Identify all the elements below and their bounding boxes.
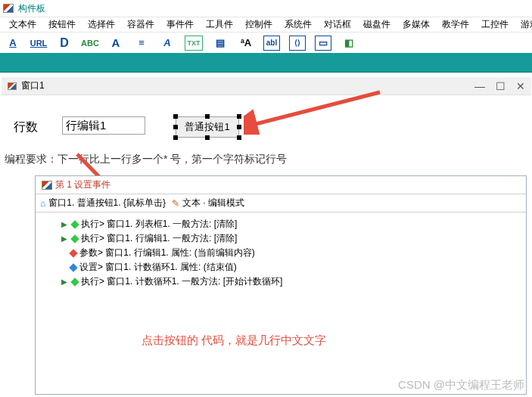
subscript-icon[interactable]: ªA <box>238 36 254 51</box>
bullet-icon <box>69 249 77 257</box>
menu-item[interactable]: 容器件 <box>121 17 160 33</box>
menu-item[interactable]: 游戏件 <box>515 17 532 33</box>
edit-icon: ✎ <box>172 198 179 209</box>
tab-label: 第 1 设置事件 <box>55 178 110 191</box>
event-tab-label: 窗口1. 普通按钮1. {鼠标单击} <box>48 197 166 209</box>
tab-icon <box>42 181 52 190</box>
abc-icon[interactable]: ABC <box>82 36 98 51</box>
code-sub-tabs: ⌂ 窗口1. 普通按钮1. {鼠标单击} ✎ 文本 · 编辑模式 <box>36 194 526 212</box>
app-title: 构件板 <box>18 2 45 15</box>
code-tree[interactable]: ▶执行> 窗口1. 列表框1. 一般方法: [清除] ▶执行> 窗口1. 行编辑… <box>36 212 526 394</box>
menu-item[interactable]: 教学件 <box>436 17 475 33</box>
app-icon <box>3 4 14 13</box>
a-accent-icon[interactable]: A <box>159 36 176 51</box>
window-icon <box>8 82 17 90</box>
row-edit-input[interactable] <box>62 116 145 135</box>
minimize-button[interactable]: — <box>474 80 485 92</box>
bullet-icon <box>70 278 79 286</box>
brackets-icon[interactable]: ⟨⟩ <box>289 36 306 51</box>
menu-item[interactable]: 选择件 <box>82 17 121 33</box>
hint-text: 点击按钮的 代码，就是几行中文文字 <box>142 333 326 348</box>
menu-item[interactable]: 控制件 <box>239 17 278 33</box>
layers-icon[interactable]: ◧ <box>341 36 357 51</box>
menu-item[interactable]: 工具件 <box>200 17 239 33</box>
code-row: ▶执行> 窗口1. 计数循环1. 一般方法: [开始计数循环] <box>39 274 523 289</box>
window-controls: — ☐ ✕ <box>474 80 525 92</box>
svg-line-1 <box>250 92 380 126</box>
bold-a-icon[interactable]: A <box>107 36 124 51</box>
menu-item[interactable]: 磁盘件 <box>357 17 397 33</box>
box-icon[interactable]: ▭ <box>315 36 331 51</box>
code-top-tabs: 第 1 设置事件 <box>36 176 526 194</box>
menu-item[interactable]: 系统件 <box>278 17 318 33</box>
teal-band <box>0 53 532 73</box>
code-row: 设置> 窗口1. 计数循环1. 属性: (结束值) <box>39 260 523 274</box>
abl-icon[interactable]: abl <box>263 36 280 51</box>
bullet-icon <box>70 234 79 243</box>
menu-item[interactable]: 多媒体 <box>397 17 436 33</box>
event-tab[interactable]: ⌂ 窗口1. 普通按钮1. {鼠标单击} <box>40 197 166 209</box>
tab-settings-event[interactable]: 第 1 设置事件 <box>40 176 112 194</box>
form-canvas[interactable]: 行数 普通按钮1 编程要求：下一行比上一行多一个* 号，第一个字符标记行号 <box>2 95 531 178</box>
mode-tab[interactable]: ✎ 文本 · 编辑模式 <box>172 197 244 209</box>
rows-label: 行数 <box>12 119 39 135</box>
code-row: ▶执行> 窗口1. 列表框1. 一般方法: [清除] <box>39 217 523 231</box>
code-row: ▶执行> 窗口1. 行编辑1. 一般方法: [清除] <box>39 231 523 246</box>
menu-item[interactable]: 按钮件 <box>42 17 82 33</box>
code-panel: 第 1 设置事件 ⌂ 窗口1. 普通按钮1. {鼠标单击} ✎ 文本 · 编辑模… <box>35 175 527 395</box>
editor-window: 窗口1 — ☐ ✕ 行数 普通按钮1 编程要求：下一行比上一行多一个* 号，第一… <box>2 77 531 178</box>
bullet-icon <box>70 220 79 228</box>
toolbar: A URL D ABC A ≡ A TXT ▤ ªA abl ⟨⟩ ▭ ◧ <box>0 32 532 53</box>
maximize-button[interactable]: ☐ <box>496 80 506 92</box>
txt-icon[interactable]: TXT <box>185 36 203 51</box>
menu-item[interactable]: 对话框 <box>318 17 357 33</box>
normal-button[interactable]: 普通按钮1 <box>176 116 239 138</box>
menu-item[interactable]: 工控件 <box>475 17 515 33</box>
bullet-icon <box>69 263 77 271</box>
menu-item[interactable]: 事件件 <box>160 17 200 33</box>
a-icon[interactable]: A <box>5 36 21 51</box>
align-icon[interactable]: ▤ <box>212 36 229 51</box>
url-icon[interactable]: URL <box>30 36 47 51</box>
d-icon[interactable]: D <box>56 36 73 51</box>
bars-icon[interactable]: ≡ <box>133 36 150 51</box>
annotation-arrow-icon <box>244 89 387 135</box>
menu-item[interactable]: 文本件 <box>3 17 42 33</box>
close-button[interactable]: ✕ <box>516 80 525 92</box>
menubar: 文本件 按钮件 选择件 容器件 事件件 工具件 控制件 系统件 对话框 磁盘件 … <box>0 17 532 32</box>
home-icon: ⌂ <box>40 198 45 209</box>
code-row: 参数> 窗口1. 行编辑1. 属性: (当前编辑内容) <box>39 246 523 260</box>
mode-tab-label: 文本 · 编辑模式 <box>182 197 244 209</box>
app-titlebar: 构件板 <box>0 0 532 17</box>
button-label: 普通按钮1 <box>185 120 229 134</box>
